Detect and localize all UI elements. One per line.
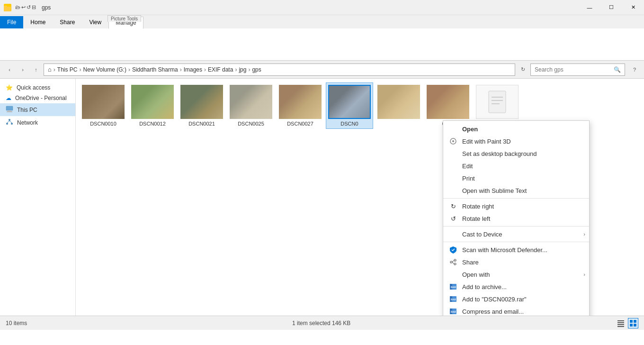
svg-rect-3 — [8, 110, 11, 111]
minimize-button[interactable]: — — [579, 0, 600, 15]
path-jpg[interactable]: jpg — [239, 66, 246, 73]
context-menu-rotate-right[interactable]: ↻ Rotate right — [443, 200, 589, 212]
defender-icon — [449, 245, 457, 254]
tab-home[interactable]: Home — [23, 16, 53, 28]
svg-rect-1 — [4, 6, 7, 8]
context-menu-open[interactable]: Open — [443, 123, 589, 135]
large-icons-view-button[interactable] — [628, 318, 638, 328]
sidebar-item-this-pc[interactable]: This PC — [0, 103, 75, 116]
context-menu-add-archive[interactable]: RAR Add to archive... — [443, 281, 589, 293]
list-item[interactable]: DSCN0010 — [80, 82, 127, 129]
address-path[interactable]: ⌂ › This PC › New Volume (G:) › Siddhart… — [44, 64, 515, 76]
forward-button[interactable]: › — [17, 64, 28, 75]
ctx-label: Share — [462, 259, 479, 266]
back-button[interactable]: ‹ — [4, 64, 15, 75]
ctx-label: Scan with Microsoft Defender... — [462, 246, 547, 254]
path-volume[interactable]: New Volume (G:) — [83, 66, 126, 73]
context-menu-cast-device[interactable]: Cast to Device › — [443, 228, 589, 240]
file-thumbnail — [131, 85, 174, 119]
list-item[interactable]: DSCN0027 — [277, 82, 324, 129]
sidebar-item-onedrive[interactable]: ☁ OneDrive - Personal — [0, 93, 75, 103]
ctx-separator — [443, 226, 589, 227]
picture-tools-label: Picture Tools — [107, 15, 141, 22]
help-button[interactable]: ? — [629, 64, 640, 75]
cast-icon — [449, 230, 457, 238]
context-menu-edit-paint3d[interactable]: Edit with Paint 3D — [443, 135, 589, 147]
context-menu-share[interactable]: Share — [443, 256, 589, 268]
svg-rect-10 — [489, 91, 506, 113]
file-thumbnail — [82, 85, 125, 119]
context-menu-compress-email[interactable]: RAR Compress and email... — [443, 305, 589, 316]
svg-point-6 — [6, 123, 8, 125]
tab-share[interactable]: Share — [53, 16, 82, 28]
main-layout: ⭐ Quick access ☁ OneDrive - Personal Thi… — [0, 79, 644, 316]
refresh-button[interactable]: ↻ — [517, 64, 528, 75]
rar-icon: RAR — [449, 282, 457, 291]
svg-line-20 — [452, 263, 454, 263]
title-bar-controls: — ☐ ✕ — [579, 0, 644, 15]
svg-rect-40 — [634, 320, 636, 323]
sidebar-item-label: Quick access — [17, 84, 50, 91]
ctx-label: Edit — [462, 163, 473, 170]
context-menu-open-with[interactable]: Open with › — [443, 268, 589, 281]
status-items-count: 10 items — [6, 320, 27, 327]
list-item[interactable]: DSCN0012 — [129, 82, 176, 129]
print-icon — [449, 174, 457, 182]
share-icon — [449, 258, 457, 266]
path-this-pc[interactable]: This PC — [57, 66, 78, 73]
context-menu-rotate-left[interactable]: ↺ Rotate left — [443, 212, 589, 225]
svg-rect-41 — [630, 324, 633, 327]
maximize-button[interactable]: ☐ — [600, 0, 622, 15]
list-item[interactable]: DSCN0 — [326, 82, 373, 129]
ctx-label: Rotate left — [462, 215, 490, 222]
open-with-icon — [449, 270, 457, 279]
tab-file[interactable]: File — [0, 16, 23, 28]
submenu-arrow: › — [583, 272, 585, 277]
path-gps[interactable]: gps — [252, 66, 261, 73]
context-menu-open-sublime[interactable]: Open with Sublime Text — [443, 184, 589, 197]
details-view-button[interactable] — [616, 318, 626, 328]
close-button[interactable]: ✕ — [622, 0, 644, 15]
sidebar-item-quick-access[interactable]: ⭐ Quick access — [0, 82, 75, 93]
svg-rect-37 — [617, 324, 624, 325]
list-item[interactable] — [375, 82, 422, 123]
ctx-separator — [443, 198, 589, 199]
title-bar: 🗁 ↩ ↺ ⊟ gps — ☐ ✕ — [0, 0, 644, 15]
context-menu-print[interactable]: Print — [443, 172, 589, 184]
sidebar-item-network[interactable]: Network — [0, 116, 75, 129]
path-siddharth[interactable]: Siddharth Sharma — [132, 66, 178, 73]
ctx-label: Rotate right — [462, 203, 494, 210]
list-item[interactable]: DSCN0025 — [227, 82, 275, 129]
path-images[interactable]: Images — [184, 66, 202, 73]
ctx-label: Edit with Paint 3D — [462, 138, 511, 145]
context-menu-add-rar[interactable]: RAR Add to "DSCN0029.rar" — [443, 293, 589, 305]
list-item[interactable]: DSCN0021 — [178, 82, 225, 129]
svg-line-8 — [7, 121, 9, 123]
title-bar-left: 🗁 ↩ ↺ ⊟ gps — [0, 4, 51, 11]
context-menu-edit[interactable]: Edit — [443, 160, 589, 172]
file-thumbnail — [427, 85, 469, 119]
search-input[interactable] — [535, 66, 612, 73]
ctx-label: Print — [462, 175, 475, 182]
path-exif[interactable]: EXIF data — [208, 66, 233, 73]
svg-point-16 — [454, 259, 456, 261]
network-icon — [6, 118, 13, 127]
rotate-left-icon: ↺ — [449, 214, 457, 223]
sidebar-item-label: This PC — [17, 107, 37, 113]
sidebar: ⭐ Quick access ☁ OneDrive - Personal Thi… — [0, 79, 76, 316]
svg-text:RAR: RAR — [451, 310, 456, 313]
context-menu-set-desktop[interactable]: Set as desktop background — [443, 147, 589, 160]
context-menu: Open Edit with Paint 3D Set as desktop b… — [443, 120, 590, 316]
context-menu-scan-defender[interactable]: Scan with Microsoft Defender... — [443, 244, 589, 256]
ctx-label: Set as desktop background — [462, 150, 537, 157]
file-thumbnail — [279, 85, 322, 119]
tab-view[interactable]: View — [82, 16, 108, 28]
file-name: DSCN0012 — [139, 121, 166, 127]
svg-rect-2 — [6, 106, 13, 110]
up-button[interactable]: ↑ — [30, 64, 42, 75]
search-box: 🔍 — [530, 64, 625, 76]
file-name: DSCN0021 — [188, 121, 215, 127]
ctx-label: Compress and email... — [462, 308, 524, 315]
svg-text:RAR: RAR — [451, 286, 456, 289]
window-title: gps — [38, 4, 51, 11]
